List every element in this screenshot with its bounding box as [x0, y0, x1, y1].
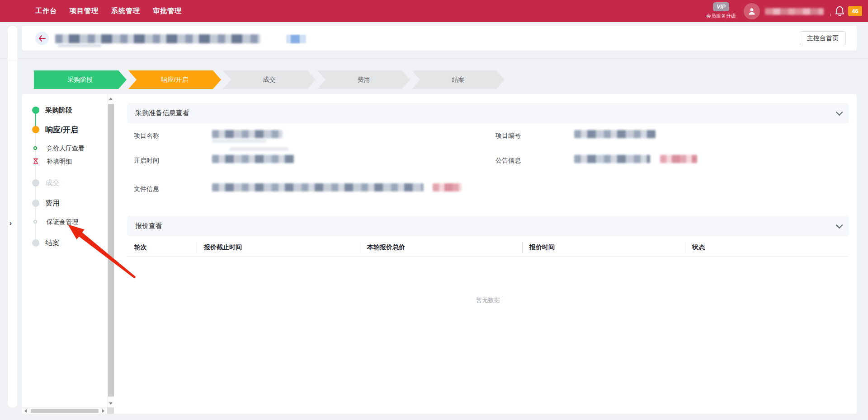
value-open-time-redacted-2: [230, 147, 288, 151]
field-label-project-name: 项目名称: [134, 132, 159, 140]
sidebar-item-procurement[interactable]: 采购阶段: [45, 106, 72, 115]
value-project-name-redacted: [212, 130, 283, 138]
project-title-redacted: [55, 34, 260, 43]
back-button[interactable]: [35, 32, 49, 45]
sidebar-item-deal[interactable]: 成交: [45, 178, 60, 188]
section-quote-title: 报价查看: [135, 222, 162, 230]
vip-icon: VIP: [713, 2, 729, 11]
expand-panel-chevron-icon[interactable]: ›: [9, 219, 12, 227]
section-quote-header[interactable]: 报价查看: [127, 216, 849, 236]
field-label-file-info: 文件信息: [134, 185, 159, 193]
timeline-dot-deal: [32, 179, 39, 187]
scroll-right-arrow-icon[interactable]: [102, 409, 104, 413]
sidebar-item-response-open[interactable]: 响应/开启: [45, 125, 78, 135]
content-panel: 采购阶段 响应/开启 竞价大厅查看 补填明细 成交 费用 保证金管理 结案 采购…: [22, 94, 857, 414]
person-icon: [747, 7, 756, 16]
sidebar-item-bidding-hall[interactable]: 竞价大厅查看: [47, 145, 85, 153]
field-label-open-time: 开启时间: [134, 157, 159, 165]
sidebar-item-deposit-mgmt[interactable]: 保证金管理: [47, 218, 78, 226]
vertical-scroll-thumb[interactable]: [108, 104, 114, 397]
value-project-name-redacted-2: [212, 139, 266, 143]
timeline-ring-bidding-hall: [33, 146, 37, 150]
timeline-ring-deposit: [33, 220, 37, 224]
wizard-step-fees[interactable]: 费用: [317, 70, 410, 89]
nav-item-system-mgmt[interactable]: 系统管理: [111, 7, 140, 15]
collapse-chevron-icon[interactable]: [836, 222, 843, 229]
value-announcement-redacted: [574, 155, 650, 163]
timeline-dot-response-open: [32, 126, 39, 133]
page-header-panel: 主控台首页: [22, 26, 857, 51]
username-redacted: [765, 8, 824, 15]
wizard-step-response-open[interactable]: 响应/开启: [128, 70, 221, 89]
scroll-down-arrow-icon[interactable]: [109, 402, 113, 405]
wizard-step-deal[interactable]: 成交: [223, 70, 316, 89]
nav-item-project-mgmt[interactable]: 项目管理: [70, 7, 99, 15]
back-arrow-icon: [38, 35, 46, 42]
hourglass-icon: [33, 158, 39, 164]
timeline-connector-done: [35, 114, 36, 126]
column-header-round: 轮次: [127, 238, 197, 256]
sidebar-vertical-scrollbar[interactable]: [107, 94, 114, 407]
field-label-project-number: 项目编号: [495, 132, 521, 140]
nav-item-workbench[interactable]: 工作台: [35, 7, 57, 15]
sidebar-item-close[interactable]: 结案: [45, 238, 60, 248]
timeline-dot-close: [32, 239, 39, 247]
horizontal-scroll-thumb[interactable]: [31, 409, 99, 413]
project-subtitle-redacted: [58, 44, 101, 47]
section-prep-info-header[interactable]: 采购准备信息查看: [127, 103, 849, 123]
header-divider: [0, 59, 868, 59]
value-file-info-redacted: [212, 183, 424, 191]
scrollbar-corner: [107, 407, 114, 414]
main-menu: 工作台 项目管理 系统管理 审批管理: [35, 0, 182, 22]
scroll-left-arrow-icon[interactable]: [24, 409, 27, 413]
wizard-step-close[interactable]: 结案: [412, 70, 505, 89]
vip-caption: 会员服务升级: [703, 13, 739, 19]
sidebar-item-supplement-detail[interactable]: 补填明细: [47, 158, 72, 166]
timeline-dot-fees: [32, 200, 39, 207]
column-header-quote-time: 报价时间: [522, 238, 685, 256]
column-header-round-total: 本轮报价总价: [360, 238, 522, 256]
process-step-wizard: 采购阶段 响应/开启 成交 费用 结案: [34, 70, 505, 89]
nav-divider: [830, 14, 831, 16]
field-label-announcement: 公告信息: [495, 157, 521, 165]
link-announcement-redacted[interactable]: [660, 155, 697, 163]
section-prep-info-title: 采购准备信息查看: [135, 109, 189, 117]
empty-state-text: 暂无数据: [127, 296, 849, 304]
nav-item-approval-mgmt[interactable]: 审批管理: [153, 7, 182, 15]
wizard-step-procurement[interactable]: 采购阶段: [34, 70, 127, 89]
value-open-time-redacted: [212, 155, 294, 163]
top-navbar: 工作台 项目管理 系统管理 审批管理 VIP 会员服务升级 46: [0, 0, 868, 22]
quote-table-header-row: 轮次 报价截止时间 本轮报价总价 报价时间 状态: [127, 238, 849, 257]
sidebar-item-fees[interactable]: 费用: [45, 199, 60, 208]
scroll-up-arrow-icon[interactable]: [109, 98, 113, 100]
timeline-dot-procurement: [32, 107, 39, 114]
collapsed-side-panel: ›: [8, 26, 17, 408]
column-header-status: 状态: [685, 238, 849, 256]
sidebar-horizontal-scrollbar[interactable]: [22, 407, 107, 414]
notification-bell-icon[interactable]: [835, 5, 845, 19]
console-home-button[interactable]: 主控台首页: [800, 31, 846, 45]
notification-count-badge[interactable]: 46: [848, 6, 862, 16]
column-header-quote-deadline: 报价截止时间: [197, 238, 360, 256]
user-avatar[interactable]: [744, 3, 760, 19]
vip-upgrade[interactable]: VIP 会员服务升级: [703, 2, 739, 19]
collapse-chevron-icon[interactable]: [836, 109, 843, 116]
value-project-number-redacted: [574, 130, 656, 138]
link-file-info-redacted[interactable]: [433, 183, 462, 191]
status-chip-redacted: [286, 35, 306, 43]
